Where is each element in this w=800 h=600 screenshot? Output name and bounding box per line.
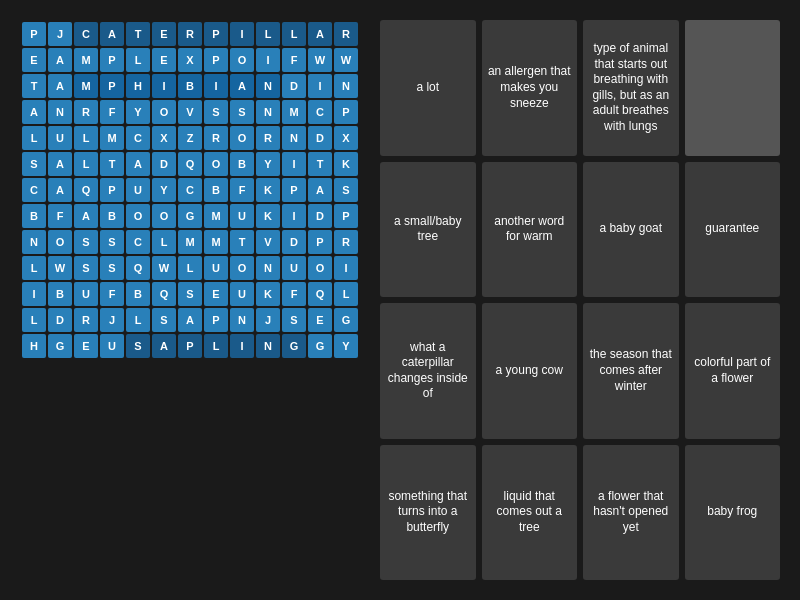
clue-cell[interactable]: a lot — [380, 20, 476, 156]
clue-cell[interactable]: a small/baby tree — [380, 162, 476, 298]
grid-cell: K — [256, 282, 280, 306]
clue-cell[interactable] — [685, 20, 781, 156]
grid-cell: D — [308, 126, 332, 150]
grid-cell: F — [48, 204, 72, 228]
grid-cell: O — [152, 204, 176, 228]
grid-cell: C — [178, 178, 202, 202]
grid-cell: Q — [152, 282, 176, 306]
grid-cell: U — [230, 204, 254, 228]
grid-cell: V — [178, 100, 202, 124]
grid-cell: E — [22, 48, 46, 72]
grid-cell: H — [126, 74, 150, 98]
grid-cell: N — [256, 256, 280, 280]
clue-cell[interactable]: a flower that hasn't opened yet — [583, 445, 679, 581]
grid-cell: I — [22, 282, 46, 306]
grid-cell: A — [126, 152, 150, 176]
grid-cell: A — [152, 334, 176, 358]
grid-cell: B — [100, 204, 124, 228]
grid-cell: E — [152, 48, 176, 72]
grid-cell: H — [22, 334, 46, 358]
grid-cell: O — [48, 230, 72, 254]
clue-cell[interactable]: colorful part of a flower — [685, 303, 781, 439]
grid-cell: S — [204, 100, 228, 124]
grid-cell: L — [22, 256, 46, 280]
grid-cell: W — [48, 256, 72, 280]
grid-cell: P — [100, 74, 124, 98]
grid-cell: M — [204, 204, 228, 228]
grid-cell: R — [178, 22, 202, 46]
grid-cell: N — [22, 230, 46, 254]
grid-cell: I — [204, 74, 228, 98]
grid-cell: M — [282, 100, 306, 124]
grid-cell: T — [100, 152, 124, 176]
grid-cell: F — [100, 282, 124, 306]
grid-cell: C — [308, 100, 332, 124]
grid-cell: T — [230, 230, 254, 254]
grid-cell: I — [230, 334, 254, 358]
grid-cell: X — [178, 48, 202, 72]
grid-cell: I — [334, 256, 358, 280]
clue-cell[interactable]: a young cow — [482, 303, 578, 439]
grid-cell: A — [308, 178, 332, 202]
clues-grid: a lotan allergen that makes you sneezety… — [380, 20, 780, 580]
grid-cell: L — [152, 230, 176, 254]
grid-cell: G — [178, 204, 202, 228]
grid-cell: O — [152, 100, 176, 124]
grid-cell: L — [178, 256, 202, 280]
grid-cell: N — [256, 334, 280, 358]
grid-cell: P — [204, 308, 228, 332]
grid-cell: J — [256, 308, 280, 332]
grid-cell: R — [74, 100, 98, 124]
grid-cell: Y — [126, 100, 150, 124]
grid-cell: P — [308, 230, 332, 254]
grid-cell: U — [100, 334, 124, 358]
grid-cell: O — [308, 256, 332, 280]
grid-cell: F — [282, 282, 306, 306]
clue-cell[interactable]: the season that comes after winter — [583, 303, 679, 439]
grid-cell: A — [230, 74, 254, 98]
grid-cell: N — [230, 308, 254, 332]
grid-cell: S — [230, 100, 254, 124]
grid-cell: A — [48, 48, 72, 72]
grid-cell: V — [256, 230, 280, 254]
clue-cell[interactable]: guarantee — [685, 162, 781, 298]
grid-cell: L — [256, 22, 280, 46]
grid-cell: L — [22, 308, 46, 332]
grid-cell: D — [308, 204, 332, 228]
clue-cell[interactable]: type of animal that starts out breathing… — [583, 20, 679, 156]
grid-cell: P — [282, 178, 306, 202]
grid-cell: Y — [334, 334, 358, 358]
grid-cell: B — [178, 74, 202, 98]
grid-cell: P — [100, 48, 124, 72]
grid-cell: L — [282, 22, 306, 46]
clue-cell[interactable]: an allergen that makes you sneeze — [482, 20, 578, 156]
grid-cell: S — [126, 334, 150, 358]
clue-cell[interactable]: another word for warm — [482, 162, 578, 298]
grid-cell: I — [230, 22, 254, 46]
grid-cell: F — [100, 100, 124, 124]
grid-cell: A — [22, 100, 46, 124]
grid-cell: D — [282, 74, 306, 98]
clue-cell[interactable]: something that turns into a butterfly — [380, 445, 476, 581]
grid-cell: E — [74, 334, 98, 358]
grid-cell: B — [126, 282, 150, 306]
grid-cell: S — [74, 230, 98, 254]
grid-cell: L — [74, 152, 98, 176]
grid-cell: M — [74, 74, 98, 98]
grid-cell: C — [22, 178, 46, 202]
grid-cell: U — [126, 178, 150, 202]
grid-cell: W — [308, 48, 332, 72]
clue-cell[interactable]: a baby goat — [583, 162, 679, 298]
grid-cell: P — [204, 22, 228, 46]
grid-cell: K — [334, 152, 358, 176]
grid-cell: P — [204, 48, 228, 72]
grid-cell: L — [74, 126, 98, 150]
grid-cell: A — [48, 178, 72, 202]
grid-cell: F — [282, 48, 306, 72]
clue-cell[interactable]: liquid that comes out a tree — [482, 445, 578, 581]
clue-cell[interactable]: baby frog — [685, 445, 781, 581]
grid-cell: R — [74, 308, 98, 332]
grid-cell: W — [334, 48, 358, 72]
clue-cell[interactable]: what a caterpillar changes inside of — [380, 303, 476, 439]
grid-cell: R — [334, 22, 358, 46]
